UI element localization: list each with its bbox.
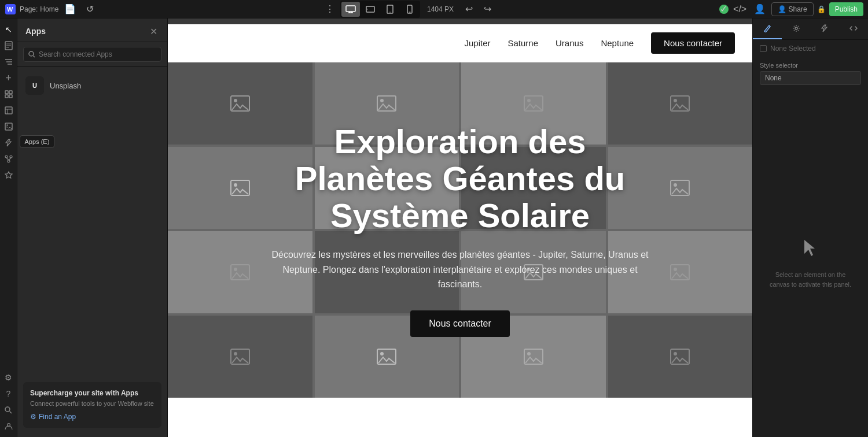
apps-close-btn[interactable]: ✕: [148, 25, 159, 37]
webflow-logo[interactable]: W: [5, 3, 16, 15]
tool-apps[interactable]: Apps (E): [1, 168, 16, 183]
hero-cta-btn[interactable]: Nous contacter: [410, 310, 510, 337]
tool-pages[interactable]: [1, 38, 16, 53]
website-hero: Exploration des Planètes Géantes du Syst…: [168, 62, 752, 398]
svg-rect-19: [5, 91, 8, 94]
nav-link-saturne[interactable]: Saturne: [507, 38, 538, 48]
right-tab-custom-code[interactable]: [839, 18, 868, 39]
tool-cms[interactable]: [1, 103, 16, 118]
tool-zoom[interactable]: [1, 402, 16, 417]
tablet-landscape-btn[interactable]: [361, 2, 380, 17]
device-buttons: [340, 1, 420, 18]
none-selected-row: None Selected: [753, 40, 868, 57]
apps-search-input[interactable]: [39, 50, 156, 58]
tool-help[interactable]: ?: [1, 386, 16, 401]
page-settings-icon[interactable]: 📄: [62, 1, 78, 17]
unsplash-label: Unsplash: [50, 82, 81, 90]
tablet-portrait-btn[interactable]: [381, 2, 399, 17]
canvas-area[interactable]: Jupiter Saturne Uranus Neptune Nous cont…: [168, 18, 752, 437]
right-tab-settings[interactable]: [782, 18, 811, 39]
svg-rect-26: [5, 123, 12, 130]
svg-point-30: [8, 160, 10, 162]
page-label: Page:: [20, 5, 38, 13]
svg-line-32: [10, 411, 12, 413]
left-toolbar: ↖ + Apps (E) ⚙ ?: [0, 18, 17, 437]
share-button[interactable]: 👤 Share: [771, 2, 814, 16]
right-tabs: [753, 18, 868, 40]
nav-link-jupiter[interactable]: Jupiter: [464, 38, 490, 48]
none-selected-label: None Selected: [770, 45, 816, 53]
apps-panel: Apps ✕ U Unsplash Supercharge your site …: [17, 18, 168, 437]
nav-link-uranus[interactable]: Uranus: [556, 38, 583, 48]
svg-point-29: [10, 155, 12, 158]
tool-logic[interactable]: [1, 151, 16, 166]
topbar-right: ✓ </> 👤 👤 Share 🔒 Publish: [719, 1, 863, 17]
website-nav: Jupiter Saturne Uranus Neptune Nous cont…: [168, 24, 752, 62]
apps-promo-title: Supercharge your site with Apps: [30, 389, 155, 397]
tool-settings[interactable]: ⚙: [1, 370, 16, 385]
hero-description: Découvrez les mystères et les merveilles…: [269, 247, 651, 292]
tool-assets[interactable]: [1, 119, 16, 134]
undo-btn[interactable]: ↩: [461, 1, 477, 17]
share-icon: 👤: [778, 5, 786, 13]
svg-point-34: [29, 51, 34, 56]
find-app-icon: ⚙: [30, 413, 36, 421]
svg-point-7: [367, 9, 368, 10]
apps-promo-desc: Connect powerful tools to your Webflow s…: [30, 399, 155, 408]
redo-btn[interactable]: ↪: [479, 1, 495, 17]
find-app-link[interactable]: ⚙ Find an App: [30, 413, 155, 421]
svg-point-62: [795, 27, 797, 29]
nav-cta-btn[interactable]: Nous contacter: [651, 32, 735, 54]
tool-navigator[interactable]: [1, 54, 16, 69]
apps-list: U Unsplash: [17, 67, 167, 373]
nav-link-neptune[interactable]: Neptune: [601, 38, 634, 48]
svg-line-35: [34, 56, 35, 58]
svg-rect-20: [9, 91, 12, 94]
style-selector-input[interactable]: None: [760, 71, 861, 85]
svg-point-28: [5, 155, 8, 158]
history-icon[interactable]: ↺: [82, 1, 98, 17]
svg-rect-2: [346, 6, 355, 12]
svg-rect-22: [9, 95, 12, 98]
topbar-page: Page: Home: [20, 5, 58, 13]
save-status-icon: ✓: [719, 5, 729, 14]
user-icon[interactable]: 👤: [752, 1, 768, 17]
desktop-view-btn[interactable]: [341, 2, 360, 17]
unsplash-icon: U: [25, 76, 44, 95]
undo-redo-group: ↩ ↪: [461, 1, 495, 17]
topbar-center: ⋮ 1404 PX ↩ ↪: [322, 1, 495, 18]
topbar-left: W Page: Home 📄 ↺: [5, 1, 98, 17]
apps-header: Apps ✕: [17, 18, 167, 42]
mobile-btn[interactable]: [400, 2, 419, 17]
page-name[interactable]: Home: [40, 5, 58, 13]
right-panel: None Selected Style selector None Select…: [752, 18, 868, 437]
right-tab-style[interactable]: [753, 18, 782, 39]
apps-search-wrap: [17, 42, 167, 67]
tool-add[interactable]: +: [1, 71, 16, 86]
right-panel-empty-text: Select an element on the canvas to activ…: [764, 270, 856, 289]
lock-icon: 🔒: [817, 5, 826, 13]
svg-point-27: [6, 124, 8, 125]
checkbox-empty-icon: [760, 45, 767, 52]
hero-content: Exploration des Planètes Géantes du Syst…: [234, 100, 686, 360]
apps-promo: Supercharge your site with Apps Connect …: [23, 382, 161, 428]
tool-interactions[interactable]: [1, 135, 16, 150]
cursor-icon: [802, 238, 819, 263]
style-selector-label: Style selector: [753, 57, 868, 71]
canvas-width-display: 1404 PX: [422, 5, 458, 13]
search-icon: [28, 51, 35, 58]
topbar: W Page: Home 📄 ↺ ⋮ 1404 PX: [0, 0, 868, 18]
svg-text:W: W: [7, 6, 13, 13]
tool-users[interactable]: [1, 419, 16, 434]
app-item-unsplash[interactable]: U Unsplash: [23, 73, 161, 98]
apps-title: Apps: [25, 27, 46, 36]
publish-button[interactable]: Publish: [829, 2, 863, 16]
right-panel-empty: Select an element on the canvas to activ…: [753, 90, 868, 437]
apps-search-field[interactable]: [23, 47, 161, 62]
tool-components[interactable]: [1, 87, 16, 102]
more-options-icon[interactable]: ⋮: [322, 1, 338, 17]
svg-point-31: [5, 407, 10, 412]
tool-select[interactable]: ↖: [1, 22, 16, 37]
code-view-btn[interactable]: </>: [732, 1, 748, 17]
right-tab-interactions[interactable]: [811, 18, 840, 39]
